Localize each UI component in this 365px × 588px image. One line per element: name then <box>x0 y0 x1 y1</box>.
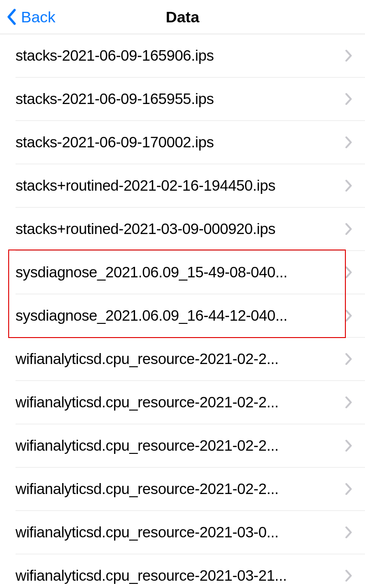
chevron-right-icon <box>345 353 352 365</box>
list-item-label: stacks-2021-06-09-165955.ips <box>16 90 214 108</box>
chevron-right-icon <box>345 309 352 322</box>
chevron-right-icon <box>345 136 352 149</box>
chevron-right-icon <box>345 223 352 235</box>
list-item-label: wifianalyticsd.cpu_resource-2021-02-2... <box>16 350 278 368</box>
list-item[interactable]: sysdiagnose_2021.06.09_16-44-12-040... <box>16 294 365 338</box>
list-item-label: stacks+routined-2021-03-09-000920.ips <box>16 220 276 238</box>
chevron-right-icon <box>345 439 352 452</box>
list-item-label: wifianalyticsd.cpu_resource-2021-02-2... <box>16 437 278 454</box>
chevron-right-icon <box>345 49 352 62</box>
list-item-label: wifianalyticsd.cpu_resource-2021-03-21..… <box>16 567 287 584</box>
list-item[interactable]: sysdiagnose_2021.06.09_15-49-08-040... <box>16 251 365 294</box>
chevron-left-icon <box>6 9 16 25</box>
chevron-right-icon <box>345 483 352 495</box>
list-item[interactable]: stacks-2021-06-09-170002.ips <box>16 121 365 164</box>
list-item[interactable]: wifianalyticsd.cpu_resource-2021-03-21..… <box>16 554 365 588</box>
list-item-label: stacks+routined-2021-02-16-194450.ips <box>16 177 276 194</box>
nav-bar: Back Data <box>0 0 365 34</box>
chevron-right-icon <box>345 569 352 582</box>
chevron-right-icon <box>345 179 352 192</box>
list-item-label: stacks-2021-06-09-170002.ips <box>16 134 214 151</box>
list-item[interactable]: stacks+routined-2021-03-09-000920.ips <box>16 208 365 251</box>
list-item-label: sysdiagnose_2021.06.09_15-49-08-040... <box>16 264 287 281</box>
back-label: Back <box>21 8 56 26</box>
list-item-label: wifianalyticsd.cpu_resource-2021-02-2... <box>16 480 278 498</box>
chevron-right-icon <box>345 266 352 279</box>
list-item[interactable]: stacks+routined-2021-02-16-194450.ips <box>16 164 365 208</box>
list-item-label: wifianalyticsd.cpu_resource-2021-02-2... <box>16 394 278 411</box>
chevron-right-icon <box>345 526 352 539</box>
list-item[interactable]: stacks-2021-06-09-165955.ips <box>16 78 365 121</box>
list-item[interactable]: wifianalyticsd.cpu_resource-2021-02-2... <box>16 468 365 511</box>
back-button[interactable]: Back <box>6 8 56 26</box>
list-item-label: sysdiagnose_2021.06.09_16-44-12-040... <box>16 307 287 324</box>
list-item-label: wifianalyticsd.cpu_resource-2021-03-0... <box>16 524 278 541</box>
list-item[interactable]: wifianalyticsd.cpu_resource-2021-02-2... <box>16 381 365 424</box>
page-title: Data <box>166 8 199 26</box>
list-item[interactable]: wifianalyticsd.cpu_resource-2021-02-2... <box>16 424 365 468</box>
list-item[interactable]: stacks-2021-06-09-165906.ips <box>16 34 365 78</box>
list-item[interactable]: wifianalyticsd.cpu_resource-2021-02-2... <box>16 338 365 381</box>
chevron-right-icon <box>345 396 352 409</box>
data-list: stacks-2021-06-09-165906.ipsstacks-2021-… <box>0 34 365 588</box>
list-item-label: stacks-2021-06-09-165906.ips <box>16 47 214 64</box>
chevron-right-icon <box>345 93 352 105</box>
list-wrapper: stacks-2021-06-09-165906.ipsstacks-2021-… <box>0 34 365 588</box>
list-item[interactable]: wifianalyticsd.cpu_resource-2021-03-0... <box>16 511 365 554</box>
